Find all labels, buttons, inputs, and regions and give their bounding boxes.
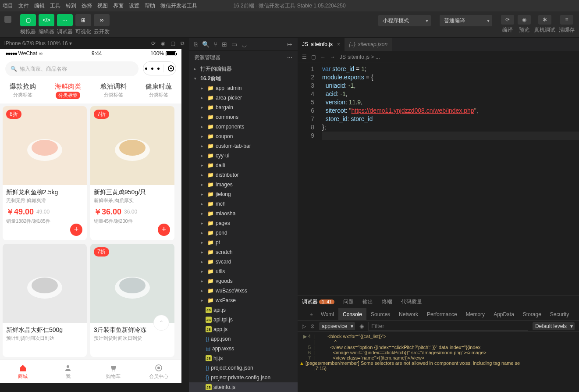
menu-item[interactable]: 设置	[129, 2, 139, 10]
tabbar-item[interactable]: 商城	[0, 360, 46, 383]
compile-dropdown[interactable]: 普通编译	[440, 15, 492, 26]
tree-folder[interactable]: ▸📁daili	[189, 160, 298, 170]
tree-folder[interactable]: ▸📁images	[189, 180, 298, 189]
breadcrumb[interactable]: JS siteinfo.js > ...	[340, 54, 380, 60]
menu-item[interactable]: 项目	[3, 2, 13, 10]
git-icon[interactable]: ⑂	[214, 41, 217, 48]
simulator-button[interactable]: ▢	[20, 14, 36, 26]
tree-file[interactable]: {}app.json	[189, 334, 298, 344]
tree-folder[interactable]: ▸📁pages	[189, 218, 298, 228]
tree-folder[interactable]: ▸📁miaosha	[189, 209, 298, 218]
devtool-subtab[interactable]: Storage	[519, 308, 546, 320]
preview-icon[interactable]: ◉	[518, 15, 531, 25]
tree-file[interactable]: JSapi.js	[189, 305, 298, 315]
tree-folder[interactable]: ▸📁jielong	[189, 189, 298, 199]
tree-folder[interactable]: ▸📁pond	[189, 228, 298, 238]
menu-item[interactable]: 微信开发者工具	[160, 2, 197, 10]
outline-icon[interactable]: ☰	[302, 54, 307, 60]
tabbar-item[interactable]: 购物车	[91, 360, 136, 383]
link-icon[interactable]: ↦	[287, 41, 292, 48]
capsule-button[interactable]	[143, 61, 176, 75]
terminal-tab[interactable]: 终端	[377, 296, 397, 308]
menu-item[interactable]: 转到	[66, 2, 76, 10]
run-icon[interactable]: ▷	[302, 323, 306, 329]
back-icon[interactable]: ←	[320, 54, 326, 60]
eye-icon[interactable]: ◉	[359, 323, 364, 329]
ban-icon[interactable]: ⊘	[310, 323, 315, 329]
add-button[interactable]: +	[158, 224, 170, 236]
tree-folder[interactable]: ▸📁components	[189, 122, 298, 132]
editor-tab[interactable]: {..}sitemap.json	[345, 38, 392, 51]
tree-folder[interactable]: ▸📁app_admin	[189, 83, 298, 93]
code-editor[interactable]: var store_id = 1;module.exports = { unia…	[319, 63, 579, 296]
issues-tab[interactable]: 问题	[339, 296, 358, 308]
device-label[interactable]: iPhone 6/7/8 Plus 100% 16 ▾	[4, 40, 72, 46]
devtool-subtab[interactable]: Sources	[366, 308, 394, 320]
tree-folder[interactable]: ▸📁custom-tab-bar	[189, 141, 298, 151]
filter-input[interactable]	[368, 322, 528, 331]
category-tab[interactable]: 健康时蔬分类标签	[146, 82, 172, 99]
search-input[interactable]: 🔍 输入商家、商品名称	[5, 61, 139, 76]
refresh-icon[interactable]: ⟳	[151, 40, 156, 46]
devtool-subtab[interactable]: Performance	[423, 308, 462, 320]
category-tab[interactable]: 粮油调料分类标签	[100, 82, 127, 99]
tree-folder[interactable]: ▸📁utils	[189, 267, 298, 276]
quality-tab[interactable]: 代码质量	[397, 296, 426, 308]
tree-folder[interactable]: ▸📁scratch	[189, 247, 298, 257]
search-icon[interactable]: 🔍	[202, 41, 210, 48]
tree-folder[interactable]: ▸📁wuBaseWxss	[189, 286, 298, 296]
tree-folder[interactable]: ▸📁cyy-ui	[189, 151, 298, 160]
menu-item[interactable]: 选择	[82, 2, 92, 10]
product-card[interactable]: 7折3斤装带鱼新鲜冷冻预计到货时间次日到货	[90, 244, 174, 357]
tree-folder[interactable]: ▸📁area-picker	[189, 93, 298, 103]
screenshot-icon[interactable]: ▢	[171, 40, 175, 46]
tree-folder[interactable]: ▸📁coupon	[189, 132, 298, 141]
tree-file[interactable]: {}project.private.config.json	[189, 373, 298, 382]
tree-folder[interactable]: ▸📁pt	[189, 238, 298, 247]
debugger-tab[interactable]: 调试器 1, 41	[298, 296, 339, 308]
levels-dropdown[interactable]: Default levels	[533, 322, 575, 330]
output-tab[interactable]: 输出	[358, 296, 377, 308]
tabbar-item[interactable]: 我	[46, 360, 91, 383]
menu-item[interactable]: 界面	[113, 2, 124, 10]
ext2-icon[interactable]: ▭	[231, 41, 237, 48]
category-tab[interactable]: 海鲜肉类分类标签	[55, 82, 81, 99]
tabbar-item[interactable]: 会员中心	[136, 360, 182, 383]
tree-folder[interactable]: ▸📁vgoods	[189, 276, 298, 286]
tree-file[interactable]: ▤app.wxss	[189, 344, 298, 353]
clearcache-icon[interactable]: ≡	[560, 15, 573, 25]
tree-file[interactable]: {}project.config.json	[189, 363, 298, 373]
add-button[interactable]: +	[70, 224, 82, 236]
menu-item[interactable]: 帮助	[145, 2, 155, 10]
tree-folder[interactable]: ▸📁bargain	[189, 103, 298, 112]
scroll-top-button[interactable]: ⌃	[153, 315, 169, 331]
inspect-icon[interactable]: ⟐	[310, 311, 313, 317]
record-icon[interactable]: ◉	[161, 40, 165, 46]
devtool-subtab[interactable]: AppData	[489, 308, 519, 320]
forward-icon[interactable]: →	[330, 54, 335, 60]
more-icon[interactable]: ⋯	[287, 54, 292, 61]
realdebug-icon[interactable]: ✱	[538, 15, 551, 25]
tree-section[interactable]: ▸打开的编辑器	[189, 64, 298, 74]
tree-root[interactable]: ▾16.2前端	[189, 74, 298, 83]
devtool-subtab[interactable]: Wxml	[316, 308, 338, 320]
ext-icon[interactable]: ⊞	[222, 41, 227, 48]
cloud-button[interactable]: ∞	[94, 14, 110, 26]
devtool-subtab[interactable]: Memory	[462, 308, 489, 320]
close-icon[interactable]: ×	[337, 41, 340, 47]
popout-icon[interactable]: ⧉	[181, 40, 185, 46]
devtool-subtab[interactable]: Console	[338, 308, 366, 320]
editor-button[interactable]: </>	[39, 14, 54, 26]
tree-folder[interactable]: ▸📁mch	[189, 199, 298, 209]
explorer-icon[interactable]: ⎘	[194, 41, 198, 48]
category-tab[interactable]: 爆款抢购分类标签	[10, 82, 36, 99]
tree-file[interactable]: JSapi.tpl.js	[189, 315, 298, 324]
product-card[interactable]: 7折新鲜三黄鸡950g/只新鲜宰杀,肉质厚实￥36.0036.00销量45件/剩…	[90, 106, 174, 240]
compile-icon[interactable]: ⟳	[501, 15, 514, 25]
tree-file[interactable]: JShj.js	[189, 353, 298, 363]
debugger-button[interactable]: ⋯	[57, 14, 73, 26]
product-card[interactable]: 8折新鲜龙利鱼柳2.5kg无刺无骨,鲜嫩爽滑￥49.0049.00销量1382件…	[3, 106, 87, 240]
mode-dropdown[interactable]: 小程序模式	[378, 15, 431, 26]
tree-folder[interactable]: ▸📁wxParse	[189, 296, 298, 305]
product-card[interactable]: 新鲜水晶大虾仁500g预计到货时间次日到达	[3, 244, 87, 357]
